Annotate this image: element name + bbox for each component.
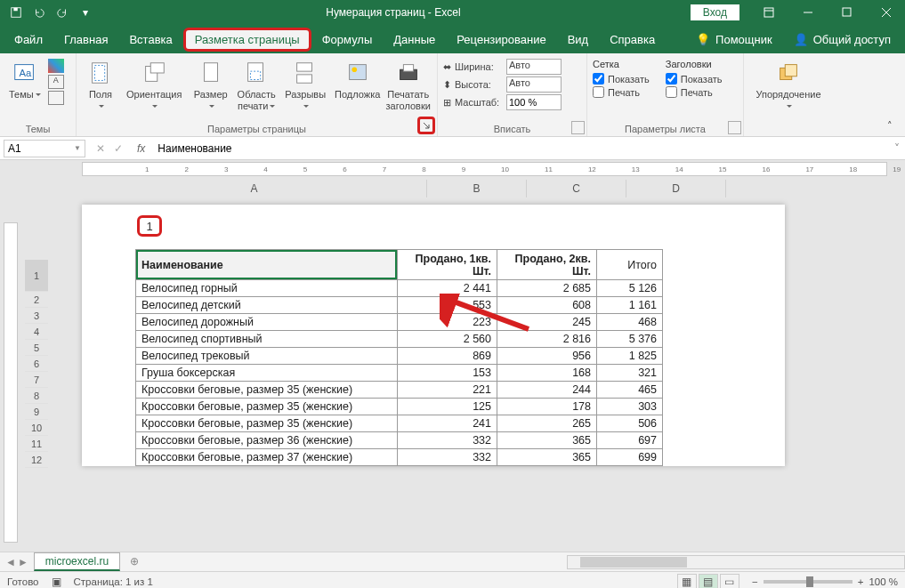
print-titles-button[interactable]: Печатать заголовки — [384, 57, 432, 113]
save-icon[interactable] — [5, 2, 27, 23]
table-cell[interactable]: 241 — [398, 415, 497, 432]
name-box[interactable]: A1▼ — [4, 140, 85, 157]
row-header[interactable]: 7 — [25, 372, 48, 388]
tab-view[interactable]: Вид — [557, 28, 600, 52]
colors-icon[interactable] — [48, 59, 64, 73]
table-row[interactable]: Кроссовки беговые, размер 35 (женские)22… — [136, 382, 663, 399]
table-cell[interactable]: 245 — [497, 314, 597, 331]
sheet-tab[interactable]: microexcel.ru — [34, 552, 120, 571]
table-header[interactable]: Наименование — [136, 250, 398, 280]
table-cell[interactable]: 468 — [597, 314, 663, 331]
close-icon[interactable] — [868, 0, 905, 25]
table-header[interactable]: Продано, 2кв. Шт. — [497, 250, 597, 280]
breaks-button[interactable]: Разрывы — [280, 57, 330, 113]
orientation-button[interactable]: Ориентация — [123, 57, 185, 113]
table-cell[interactable]: 303 — [597, 399, 663, 415]
table-header[interactable]: Продано, 1кв. Шт. — [398, 250, 497, 280]
table-row[interactable]: Кроссовки беговые, размер 35 (женские)24… — [136, 415, 663, 432]
fonts-icon[interactable]: A — [48, 75, 64, 89]
background-button[interactable]: Подложка — [334, 57, 381, 102]
row-header[interactable]: 3 — [25, 308, 48, 324]
table-cell[interactable]: 178 — [497, 399, 597, 415]
table-cell[interactable]: Груша боксерская — [136, 365, 398, 382]
gridlines-view-checkbox[interactable]: Показать — [593, 73, 650, 85]
table-row[interactable]: Кроссовки беговые, размер 36 (женские)33… — [136, 432, 663, 449]
table-cell[interactable]: Кроссовки беговые, размер 35 (женские) — [136, 399, 398, 415]
table-cell[interactable]: 365 — [497, 449, 597, 466]
table-cell[interactable]: 465 — [597, 382, 663, 399]
table-cell[interactable]: Велосипед горный — [136, 280, 398, 297]
table-cell[interactable]: 5 376 — [597, 331, 663, 348]
formula-input[interactable]: Наименование — [152, 142, 889, 155]
table-cell[interactable]: 2 560 — [398, 331, 497, 348]
table-cell[interactable]: 168 — [497, 365, 597, 382]
horizontal-scrollbar[interactable] — [567, 555, 905, 569]
expand-formula-bar-icon[interactable]: ˅ — [889, 142, 905, 155]
table-row[interactable]: Велосипед спортивный2 5602 8165 376 — [136, 331, 663, 348]
table-cell[interactable]: Велосипед спортивный — [136, 331, 398, 348]
ribbon-options-icon[interactable] — [750, 0, 788, 25]
tab-scroll-left-icon[interactable]: ◄ — [5, 556, 16, 568]
zoom-out-icon[interactable]: − — [752, 576, 758, 587]
table-cell[interactable]: 153 — [398, 365, 497, 382]
table-cell[interactable]: 321 — [597, 365, 663, 382]
tab-formulas[interactable]: Формулы — [311, 28, 384, 52]
table-cell[interactable]: Кроссовки беговые, размер 35 (женские) — [136, 415, 398, 432]
headings-print-checkbox[interactable]: Печать — [666, 86, 723, 98]
cancel-icon[interactable]: ✕ — [96, 142, 105, 155]
row-header[interactable]: 1 — [25, 260, 48, 292]
table-cell[interactable]: 2 441 — [398, 280, 497, 297]
page-layout-view-icon[interactable]: ▤ — [699, 574, 718, 589]
signin-button[interactable]: Вход — [691, 4, 739, 20]
table-cell[interactable]: 2 816 — [497, 331, 597, 348]
tab-home[interactable]: Главная — [53, 28, 118, 52]
table-cell[interactable]: 553 — [398, 297, 497, 314]
table-cell[interactable]: 2 685 — [497, 280, 597, 297]
row-header[interactable]: 2 — [25, 292, 48, 308]
page-number-header[interactable]: 1 — [137, 215, 162, 237]
table-header[interactable]: Итого — [597, 250, 663, 280]
macro-record-icon[interactable]: ▣ — [52, 576, 61, 588]
enter-icon[interactable]: ✓ — [114, 142, 123, 155]
zoom-slider[interactable] — [764, 580, 852, 584]
tab-help[interactable]: Справка — [599, 28, 666, 52]
table-cell[interactable]: 699 — [597, 449, 663, 466]
table-row[interactable]: Кроссовки беговые, размер 37 (женские)33… — [136, 449, 663, 466]
column-header-a[interactable]: A — [82, 180, 427, 197]
table-cell[interactable]: Кроссовки беговые, размер 36 (женские) — [136, 432, 398, 449]
row-header[interactable]: 8 — [25, 388, 48, 404]
redo-icon[interactable] — [52, 2, 73, 23]
page-setup-dialog-launcher[interactable] — [417, 117, 435, 134]
table-cell[interactable]: 956 — [497, 348, 597, 365]
arrange-button[interactable]: Упорядочение — [749, 57, 828, 113]
undo-icon[interactable] — [28, 2, 50, 23]
zoom-in-icon[interactable]: + — [858, 576, 864, 587]
table-cell[interactable]: 869 — [398, 348, 497, 365]
table-cell[interactable]: 332 — [398, 449, 497, 466]
table-cell[interactable]: 506 — [597, 415, 663, 432]
table-cell[interactable]: 1 161 — [597, 297, 663, 314]
table-row[interactable]: Кроссовки беговые, размер 35 (женские)12… — [136, 399, 663, 415]
table-cell[interactable]: 697 — [597, 432, 663, 449]
table-row[interactable]: Велосипед горный2 4412 6855 126 — [136, 280, 663, 297]
width-combo[interactable]: Авто — [506, 59, 562, 75]
table-cell[interactable]: Велосипед детский — [136, 297, 398, 314]
column-header-b[interactable]: B — [427, 180, 527, 197]
headings-view-checkbox[interactable]: Показать — [666, 73, 723, 85]
margins-button[interactable]: Поля — [82, 57, 119, 113]
row-header[interactable]: 11 — [25, 436, 48, 452]
tab-data[interactable]: Данные — [383, 28, 446, 52]
tab-scroll-right-icon[interactable]: ► — [18, 556, 28, 568]
maximize-icon[interactable] — [828, 0, 866, 25]
table-row[interactable]: Велосипед дорожный223245468 — [136, 314, 663, 331]
table-row[interactable]: Велосипед трековый8699561 825 — [136, 348, 663, 365]
row-header[interactable]: 9 — [25, 404, 48, 420]
row-header[interactable]: 10 — [25, 420, 48, 436]
fx-icon[interactable]: fx — [130, 142, 152, 155]
row-header[interactable]: 5 — [25, 340, 48, 356]
page-break-view-icon[interactable]: ▭ — [720, 574, 739, 589]
table-cell[interactable]: Велосипед дорожный — [136, 314, 398, 331]
print-area-button[interactable]: Область печати — [236, 57, 277, 113]
scale-dialog-launcher[interactable] — [571, 121, 585, 134]
table-cell[interactable]: 223 — [398, 314, 497, 331]
